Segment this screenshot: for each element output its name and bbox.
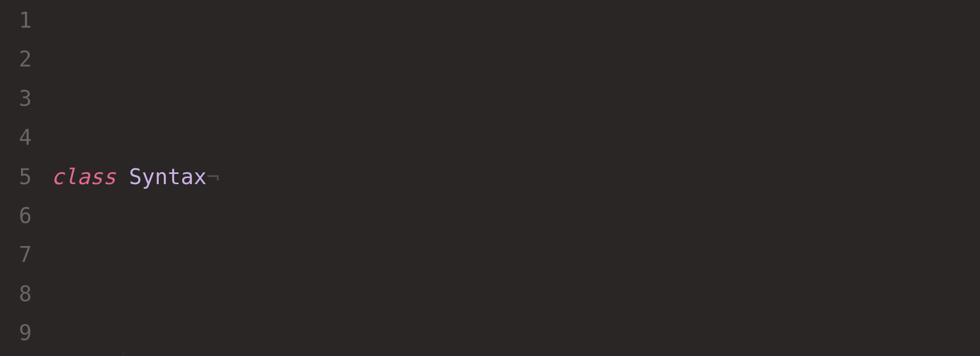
line-number: 5: [0, 158, 32, 196]
line-number: 9: [0, 314, 32, 352]
line-number: 8: [0, 275, 32, 314]
line-number: 3: [0, 79, 32, 118]
line-number: 4: [0, 118, 32, 157]
code-editor[interactable]: 1 2 3 4 5 6 7 8 9 class Syntax¬ ····cons…: [0, 0, 980, 356]
keyword-class: class: [51, 164, 116, 189]
indent-guide: [123, 353, 123, 356]
line-number: 1: [0, 1, 32, 40]
code-area[interactable]: class Syntax¬ ····constructor: (@name, @…: [51, 1, 980, 356]
line-number: 7: [0, 235, 32, 274]
space: [116, 164, 129, 189]
eol-icon: ¬: [206, 164, 219, 189]
line-number: 2: [0, 40, 32, 79]
code-line[interactable]: ····constructor: (@name, @beautiful) →¬: [51, 353, 980, 356]
line-gutter: 1 2 3 4 5 6 7 8 9: [0, 1, 51, 356]
class-name: Syntax: [129, 164, 207, 189]
line-number: 6: [0, 196, 32, 235]
code-line[interactable]: class Syntax¬: [51, 158, 980, 196]
